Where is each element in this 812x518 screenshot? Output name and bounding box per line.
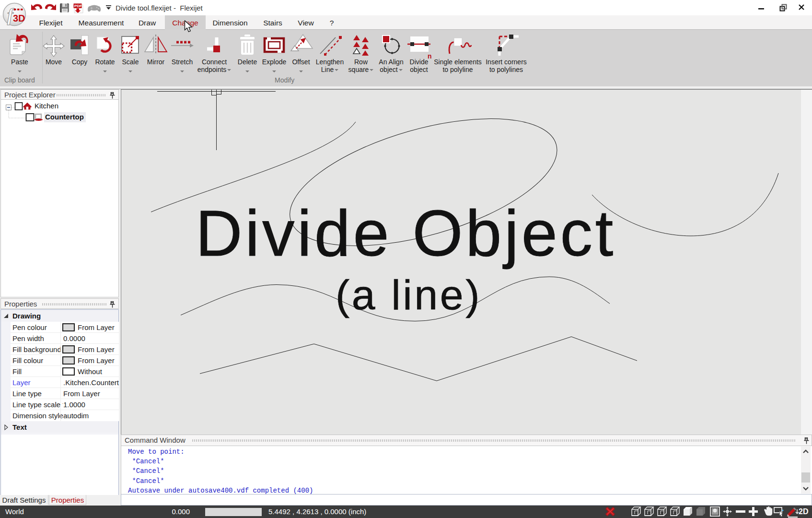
svg-text:3D: 3D (13, 13, 25, 24)
svg-text:n: n (428, 52, 432, 60)
svg-text:PDF: PDF (74, 4, 82, 8)
